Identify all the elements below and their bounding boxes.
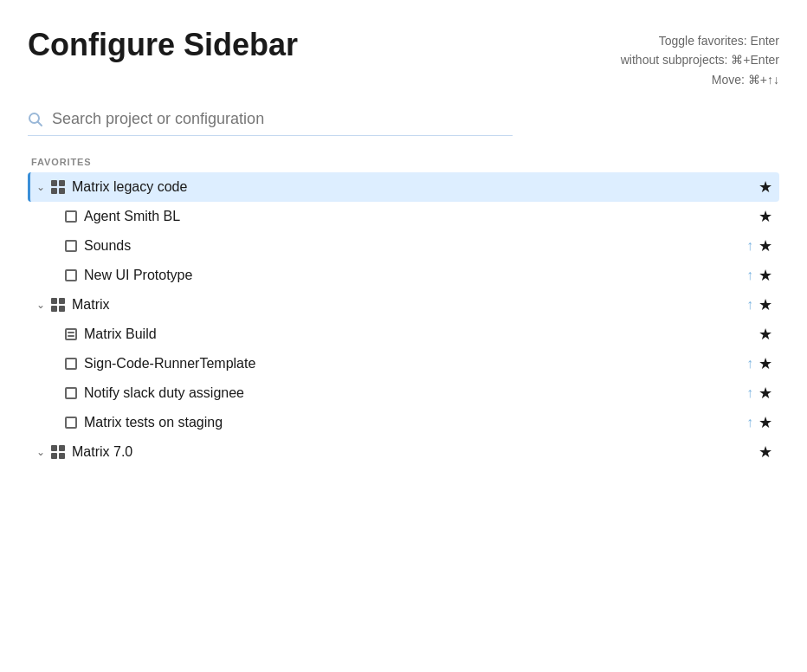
- hint-subprojects: without subprojects: ⌘+Enter: [621, 50, 779, 69]
- hint-toggle: Toggle favorites: Enter: [621, 31, 779, 50]
- item-label: Sign-Code-RunnerTemplate: [84, 356, 746, 372]
- star-filled-icon[interactable]: ★: [759, 354, 772, 373]
- hint-move: Move: ⌘+↑↓: [621, 70, 779, 89]
- search-icon: [28, 112, 43, 127]
- star-filled-icon[interactable]: ★: [759, 443, 772, 462]
- page-title: Configure Sidebar: [28, 28, 298, 62]
- item-label: Matrix legacy code: [72, 179, 759, 195]
- move-up-icon[interactable]: ↑: [746, 268, 753, 283]
- move-up-icon[interactable]: ↑: [746, 385, 753, 401]
- favorites-list: ⌄ Matrix legacy code ★ Agent Smith BL: [28, 172, 779, 467]
- build-config-icon: [65, 328, 77, 340]
- star-filled-icon[interactable]: ★: [759, 266, 772, 285]
- star-filled-icon[interactable]: ★: [759, 384, 772, 403]
- svg-line-1: [38, 121, 42, 126]
- grid-project-icon: [51, 445, 65, 459]
- move-up-icon[interactable]: ↑: [746, 297, 753, 313]
- star-filled-icon[interactable]: ★: [759, 325, 772, 344]
- keyboard-hints: Toggle favorites: Enter without subproje…: [621, 31, 779, 89]
- square-config-icon: [65, 269, 77, 281]
- move-up-icon[interactable]: ↑: [746, 356, 753, 372]
- list-item-matrix-tests[interactable]: Matrix tests on staging ↑ ★: [28, 408, 779, 437]
- star-filled-icon[interactable]: ★: [759, 295, 772, 314]
- chevron-icon: ⌄: [34, 299, 48, 311]
- item-label: Matrix tests on staging: [84, 415, 746, 430]
- header-row: Configure Sidebar Toggle favorites: Ente…: [28, 28, 779, 89]
- star-filled-icon[interactable]: ★: [759, 236, 772, 255]
- move-up-icon[interactable]: ↑: [746, 238, 753, 254]
- grid-project-icon: [51, 180, 65, 194]
- chevron-icon: ⌄: [34, 181, 48, 193]
- list-item-sounds[interactable]: Sounds ↑ ★: [28, 231, 779, 261]
- item-actions: ★: [759, 178, 772, 197]
- item-actions: ★: [759, 207, 772, 226]
- item-actions: ★: [759, 325, 772, 344]
- list-item-sign-code-runner[interactable]: Sign-Code-RunnerTemplate ↑ ★: [28, 349, 779, 378]
- item-actions: ↑ ★: [746, 384, 772, 403]
- item-label: Matrix: [72, 297, 746, 313]
- item-actions: ↑ ★: [746, 354, 772, 373]
- chevron-icon: ⌄: [34, 446, 48, 458]
- item-actions: ↑ ★: [746, 266, 772, 285]
- square-config-icon: [65, 417, 77, 429]
- star-filled-icon[interactable]: ★: [759, 207, 772, 226]
- favorites-section: FAVORITES ⌄ Matrix legacy code ★: [28, 157, 779, 467]
- item-actions: ↑ ★: [746, 295, 772, 314]
- item-actions: ↑ ★: [746, 236, 772, 255]
- item-actions: ↑ ★: [746, 413, 772, 432]
- list-item-notify-slack[interactable]: Notify slack duty assignee ↑ ★: [28, 378, 779, 408]
- search-area: [28, 110, 513, 136]
- item-label: New UI Prototype: [84, 268, 746, 283]
- item-label: Sounds: [84, 238, 746, 254]
- square-config-icon: [65, 210, 77, 223]
- item-label: Matrix 7.0: [72, 444, 759, 460]
- item-actions: ★: [759, 443, 772, 462]
- list-item-new-ui-prototype[interactable]: New UI Prototype ↑ ★: [28, 261, 779, 290]
- search-input[interactable]: [52, 110, 513, 128]
- list-item-matrix-legacy[interactable]: ⌄ Matrix legacy code ★: [28, 172, 779, 202]
- item-label: Notify slack duty assignee: [84, 385, 746, 401]
- move-up-icon[interactable]: ↑: [746, 415, 753, 430]
- configure-sidebar-page: Configure Sidebar Toggle favorites: Ente…: [0, 0, 807, 481]
- grid-project-icon: [51, 298, 65, 312]
- star-filled-icon[interactable]: ★: [759, 413, 772, 432]
- list-item-matrix-build[interactable]: Matrix Build ★: [28, 320, 779, 349]
- square-config-icon: [65, 387, 77, 399]
- list-item-agent-smith[interactable]: Agent Smith BL ★: [28, 202, 779, 231]
- list-item-matrix-7[interactable]: ⌄ Matrix 7.0 ★: [28, 437, 779, 467]
- section-label-favorites: FAVORITES: [31, 157, 779, 167]
- item-label: Agent Smith BL: [84, 209, 759, 224]
- item-label: Matrix Build: [84, 326, 759, 342]
- square-config-icon: [65, 240, 77, 252]
- star-filled-icon[interactable]: ★: [759, 178, 772, 197]
- square-config-icon: [65, 358, 77, 370]
- list-item-matrix[interactable]: ⌄ Matrix ↑ ★: [28, 290, 779, 320]
